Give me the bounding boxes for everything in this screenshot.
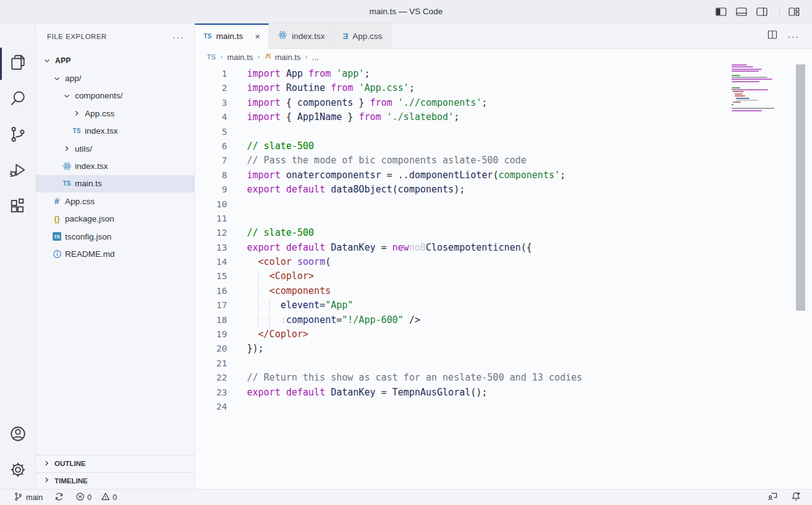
token-kw: from (370, 97, 398, 108)
code-editor[interactable]: 1import App from 'app';2import Routine f… (195, 65, 812, 489)
tree-item-tsconfig-json[interactable]: TStsconfig.json (36, 228, 194, 245)
line-content (227, 197, 247, 212)
activity-item-source-control[interactable] (0, 118, 36, 153)
code-line-5[interactable]: 5 (195, 125, 812, 139)
code-line-10[interactable]: 10 (195, 197, 812, 212)
breadcrumb-symbol[interactable]: main.ts (275, 53, 301, 62)
tree-item-app-css[interactable]: #App.css (36, 192, 194, 210)
tree-item-index-tsx[interactable]: TSindex.tsx (36, 123, 194, 140)
branch-indicator[interactable]: main (14, 492, 43, 503)
toggle-panel-icon[interactable] (736, 7, 747, 16)
line-number: 7 (195, 153, 227, 168)
token-id: components (297, 97, 353, 108)
customize-layout-icon[interactable] (779, 7, 800, 16)
code-line-2[interactable]: 2import Routine from 'App.css'; (195, 81, 812, 95)
section-label: TIMELINE (54, 477, 88, 485)
sync-button[interactable] (54, 492, 64, 503)
breadcrumb-file[interactable]: main.ts (227, 53, 253, 62)
activity-item-settings[interactable] (0, 453, 36, 489)
minimap-line (732, 72, 791, 74)
code-line-19[interactable]: 19</Coplor> (195, 327, 812, 342)
line-number: 23 (195, 386, 227, 400)
minimap[interactable] (732, 64, 791, 114)
activity-item-search[interactable] (0, 82, 36, 118)
code-line-14[interactable]: 14<color soorm( (195, 255, 812, 269)
tab-app-css[interactable]: Ǝ App.css (334, 24, 392, 48)
token-str: 'App.css' (359, 82, 409, 93)
code-line-20[interactable]: 20}); (195, 342, 812, 356)
code-line-1[interactable]: 1import App from 'app'; (195, 67, 812, 81)
activity-item-account[interactable] (0, 417, 36, 453)
code-line-24[interactable]: 24 (195, 400, 812, 414)
line-content: <color soorm( (227, 255, 330, 269)
tree-item-label: App.css (65, 197, 95, 206)
line-number: 18 (195, 313, 227, 327)
code-line-18[interactable]: 18:component="!/App-600" /> (195, 313, 812, 327)
breadcrumb-filetype[interactable]: TS (207, 53, 216, 61)
line-number: 22 (195, 371, 227, 385)
token-kw: import (247, 97, 286, 108)
tree-item-label: main.ts (75, 179, 102, 188)
chevron-right-icon (43, 476, 51, 485)
token-str: 'app' (337, 68, 365, 79)
line-content: export default DatanKey = newnoBClosempo… (227, 241, 532, 255)
tree-item-index-tsx[interactable]: index.tsx (36, 157, 194, 175)
line-content: export default data8Object(components); (227, 183, 465, 197)
code-line-21[interactable]: 21 (195, 356, 812, 371)
code-line-9[interactable]: 9export default data8Object(components); (195, 183, 812, 197)
problems-indicator[interactable]: 0 0 (76, 492, 117, 503)
scrollbar-thumb[interactable] (796, 64, 805, 311)
code-line-22[interactable]: 22// Return this show as cast for an nes… (195, 371, 812, 385)
tab-index-tsx[interactable]: index.tsx (269, 24, 334, 48)
minimap-line (732, 77, 767, 78)
breadcrumb-more[interactable]: ... (312, 53, 319, 62)
tree-item-label: index.tsx (85, 126, 118, 136)
line-content: import { components } from './/component… (227, 96, 487, 110)
editor-group: TS main.ts × index.tsx Ǝ App.css (195, 24, 812, 489)
code-line-16[interactable]: 16<components (195, 284, 812, 298)
split-editor-icon[interactable] (767, 30, 777, 42)
code-line-12[interactable]: 12// slate-500 (195, 226, 812, 240)
section-outline[interactable]: OUTLINE (36, 455, 194, 472)
activity-item-run-debug[interactable] (0, 153, 36, 189)
activity-item-explorer[interactable] (0, 46, 36, 82)
tree-item-main-ts[interactable]: TSmain.ts (36, 175, 194, 192)
tree-item-app-css[interactable]: App.css (36, 105, 194, 122)
tree-item-utils[interactable]: utils/ (36, 140, 194, 157)
token-tag: </Coplor> (258, 329, 308, 340)
code-line-4[interactable]: 4import { App1Name } from './slatebod'; (195, 110, 812, 124)
feedback-button[interactable] (767, 491, 778, 503)
more-actions-icon[interactable]: ··· (788, 31, 800, 41)
code-line-6[interactable]: 6// slate-500 (195, 139, 812, 153)
sidebar-more-actions-icon[interactable]: ··· (173, 32, 185, 42)
tree-item-app[interactable]: APP (36, 52, 194, 69)
line-content: // Return this show as cast for an nesla… (227, 371, 582, 385)
token-kw: export default (247, 184, 330, 195)
tree-item-components[interactable]: components/ (36, 87, 194, 105)
code-line-7[interactable]: 7// Pass the mode of bic components asla… (195, 153, 812, 168)
code-line-13[interactable]: 13export default DatanKey = newnoBClosem… (195, 241, 812, 255)
line-content: }); (227, 342, 264, 356)
react-icon (61, 162, 73, 171)
code-line-8[interactable]: 8import onatercomponentsr = ..domponentL… (195, 168, 812, 183)
tree-item-package-json[interactable]: {}package.json (36, 210, 194, 228)
code-line-17[interactable]: 17elevent="App" (195, 298, 812, 313)
token-pl: = (381, 387, 392, 398)
code-line-15[interactable]: 15<Coplor> (195, 269, 812, 283)
code-line-11[interactable]: 11 (195, 212, 812, 226)
sidebar-sections: OUTLINE TIMELINE (36, 455, 194, 489)
minimap-line (732, 79, 772, 80)
tree-item-readme-md[interactable]: README.md (36, 245, 194, 262)
section-timeline[interactable]: TIMELINE (36, 472, 194, 490)
token-pl: = .. (387, 170, 409, 181)
code-line-23[interactable]: 23export default DatanKey = TempnAusGlor… (195, 386, 812, 400)
tab-main-ts[interactable]: TS main.ts × (195, 24, 269, 49)
toggle-primary-sidebar-icon[interactable] (715, 7, 727, 16)
close-icon[interactable]: × (255, 32, 261, 41)
tree-item-app[interactable]: app/ (36, 69, 194, 87)
activity-item-extensions[interactable] (0, 189, 36, 225)
section-label: OUTLINE (54, 460, 85, 467)
notifications-button[interactable] (791, 491, 801, 503)
toggle-secondary-sidebar-icon[interactable] (756, 7, 767, 16)
code-line-3[interactable]: 3import { components } from './/componen… (195, 96, 812, 110)
